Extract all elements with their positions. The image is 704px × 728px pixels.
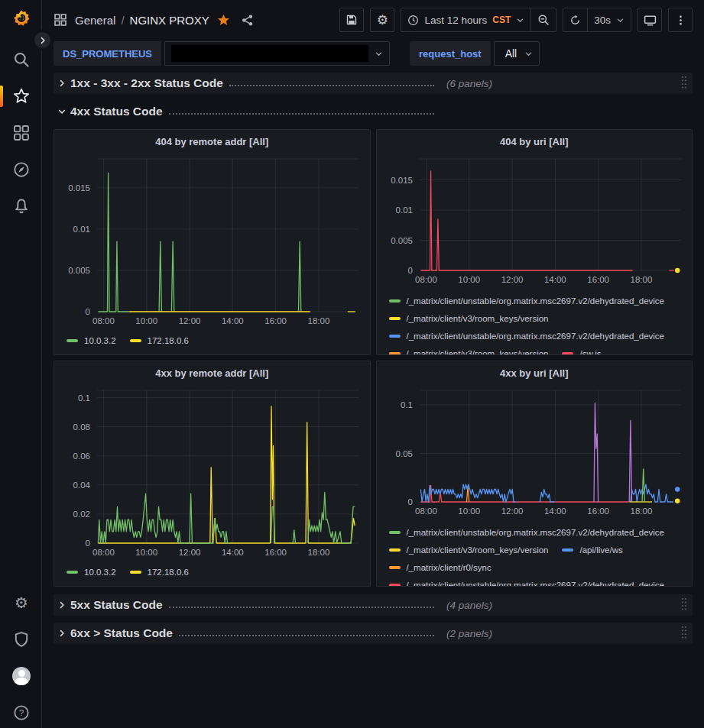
server-admin-shield-icon[interactable] xyxy=(12,630,31,649)
legend-label: /_matrix/client/unstable/org.matrix.msc2… xyxy=(407,332,665,341)
panel-title[interactable]: 404 by uri [All] xyxy=(377,130,693,153)
grafana-logo[interactable] xyxy=(12,9,31,28)
save-dashboard-button[interactable] xyxy=(339,8,364,32)
legend-label: /_matrix/client/r0/sync xyxy=(407,563,492,572)
row-panel-count: (6 panels) xyxy=(446,78,492,89)
svg-text:10:00: 10:00 xyxy=(135,316,157,325)
starred-icon[interactable] xyxy=(12,87,31,105)
legend-label: /_matrix/client/unstable/org.matrix.msc2… xyxy=(407,296,665,306)
chart-canvas[interactable]: 00.050.108:0010:0012:0014:0016:0018:00 xyxy=(377,384,692,519)
legend-item[interactable]: 10.0.3.2 xyxy=(67,563,116,581)
panel-4xx-by-uri-all: 4xx by uri [All]00.050.108:0010:0012:001… xyxy=(376,361,693,587)
legend-item[interactable]: 172.18.0.6 xyxy=(130,563,189,581)
panel-title[interactable]: 4xx by remote addr [All] xyxy=(54,361,370,384)
dashboards-icon[interactable] xyxy=(12,124,31,142)
more-options-kebab-button[interactable] xyxy=(668,8,693,32)
legend-item[interactable]: /_matrix/client/unstable/org.matrix.msc2… xyxy=(389,523,665,541)
legend-swatch xyxy=(389,548,401,552)
svg-text:0.04: 0.04 xyxy=(73,480,91,490)
chevron-right-icon xyxy=(54,629,70,638)
svg-text:16:00: 16:00 xyxy=(587,506,609,516)
zoom-out-button[interactable] xyxy=(530,8,556,31)
row-drag-handle[interactable] xyxy=(680,597,688,613)
row-title: 4xx Status Code xyxy=(70,105,163,118)
panel-legend: /_matrix/client/unstable/org.matrix.msc2… xyxy=(377,519,693,587)
chevron-right-icon xyxy=(54,600,70,610)
row-4xx[interactable]: 4xx Status Code xyxy=(54,101,693,122)
legend-swatch xyxy=(389,299,401,303)
svg-text:0.015: 0.015 xyxy=(68,183,90,193)
row-panel-count: (4 panels) xyxy=(446,600,492,611)
grafana-dashboard: { "app": "Grafana", "colors": { "page_bg… xyxy=(0,0,704,728)
svg-text:18:00: 18:00 xyxy=(308,316,330,325)
legend-item[interactable]: /sw.js xyxy=(562,345,601,355)
chevron-down-icon xyxy=(54,107,70,116)
svg-text:08:00: 08:00 xyxy=(415,506,437,516)
legend-label: /api/live/ws xyxy=(579,545,622,555)
tv-mode-button[interactable] xyxy=(637,8,662,32)
svg-text:0.015: 0.015 xyxy=(391,176,413,185)
svg-text:08:00: 08:00 xyxy=(92,548,115,557)
explore-compass-icon[interactable] xyxy=(12,160,31,179)
legend-item[interactable]: 10.0.3.2 xyxy=(67,332,116,349)
legend-label: /_matrix/client/v3/room_keys/version xyxy=(407,314,549,323)
legend-item[interactable]: 172.18.0.6 xyxy=(130,332,189,349)
svg-text:14:00: 14:00 xyxy=(543,506,566,516)
refresh-group: 30s xyxy=(563,8,631,32)
refresh-button[interactable] xyxy=(563,8,587,31)
legend-item[interactable]: /_matrix/client/unstable/org.matrix.msc2… xyxy=(389,327,665,345)
search-icon[interactable] xyxy=(12,50,31,69)
variable-dropdown-request-host[interactable]: All xyxy=(494,41,540,66)
timezone-label: CST xyxy=(492,15,511,25)
time-range-label: Last 12 hours xyxy=(424,15,487,26)
legend-item[interactable]: /_matrix/client/v3/room_keys/version xyxy=(389,309,549,327)
legend-item[interactable]: /_matrix/client/v3/room_keys/version xyxy=(389,541,549,558)
legend-item[interactable]: /_matrix/client/unstable/org.matrix.msc2… xyxy=(389,576,665,587)
legend-item[interactable]: /_matrix/client/r0/sync xyxy=(389,558,492,576)
row-6xx[interactable]: 6xx > Status Code (2 panels) xyxy=(54,623,693,644)
dashboard-toolbar: ⚙ Last 12 hours CST 30s xyxy=(339,8,693,32)
breadcrumb-section[interactable]: General xyxy=(75,14,115,27)
refresh-interval-dropdown[interactable]: 30s xyxy=(587,8,631,31)
avatar[interactable] xyxy=(12,667,31,685)
help-icon[interactable]: ? xyxy=(12,704,31,722)
sidebar-expand-button[interactable] xyxy=(32,30,53,50)
time-range-picker[interactable]: Last 12 hours CST xyxy=(401,8,530,31)
svg-text:0.05: 0.05 xyxy=(395,449,412,458)
legend-item[interactable]: /api/live/ws xyxy=(562,541,622,558)
legend-item[interactable]: /_matrix/client/v3/room_keys/version xyxy=(389,345,549,355)
chart-canvas[interactable]: 00.020.040.060.080.108:0010:0012:0014:00… xyxy=(54,384,369,560)
variable-dropdown-ds-prometheus[interactable] xyxy=(164,41,390,66)
chart-canvas[interactable]: 00.0050.010.01508:0010:0012:0014:0016:00… xyxy=(54,153,369,328)
chart-canvas[interactable]: 00.0050.010.01508:0010:0012:0014:0016:00… xyxy=(377,153,692,287)
favorite-star-icon[interactable] xyxy=(217,14,230,27)
row-5xx[interactable]: 5xx Status Code (4 panels) xyxy=(54,594,693,616)
legend-swatch xyxy=(389,335,401,338)
legend-label: /_matrix/client/v3/room_keys/version xyxy=(407,545,549,555)
svg-text:0.08: 0.08 xyxy=(73,422,90,432)
breadcrumb-dashboard-title[interactable]: NGINX PROXY xyxy=(130,14,209,27)
row-drag-handle[interactable] xyxy=(680,625,688,642)
svg-text:12:00: 12:00 xyxy=(179,548,201,557)
row-dotted-leader xyxy=(169,113,434,115)
dashboard-settings-button[interactable]: ⚙ xyxy=(370,8,394,32)
svg-text:14:00: 14:00 xyxy=(222,548,244,557)
chevron-down-icon xyxy=(516,16,524,24)
legend-label: 10.0.3.2 xyxy=(84,568,116,577)
panel-title[interactable]: 4xx by uri [All] xyxy=(377,361,693,384)
row-1xx-3xx-2xx[interactable]: 1xx - 3xx - 2xx Status Code (6 panels) xyxy=(54,73,693,94)
legend-item[interactable]: /_matrix/client/unstable/org.matrix.msc2… xyxy=(389,292,665,309)
row-drag-handle[interactable] xyxy=(680,75,688,92)
svg-text:?: ? xyxy=(19,707,24,717)
top-navigation: General / NGINX PROXY ⚙ Last 12 hours CS… xyxy=(42,0,704,70)
chevron-right-icon xyxy=(54,79,70,88)
dashboard-content: 1xx - 3xx - 2xx Status Code (6 panels) 4… xyxy=(42,70,704,651)
dashboard-grid-icon xyxy=(54,13,67,27)
variable-label-request-host[interactable]: request_host xyxy=(410,41,491,66)
configuration-gear-icon[interactable]: ⚙ xyxy=(12,594,31,612)
legend-swatch xyxy=(389,566,401,569)
panel-title[interactable]: 404 by remote addr [All] xyxy=(54,130,370,153)
share-icon[interactable] xyxy=(241,14,254,27)
variable-label-ds-prometheus[interactable]: DS_PROMETHEUS xyxy=(54,41,161,66)
alerting-bell-icon[interactable] xyxy=(12,197,31,215)
